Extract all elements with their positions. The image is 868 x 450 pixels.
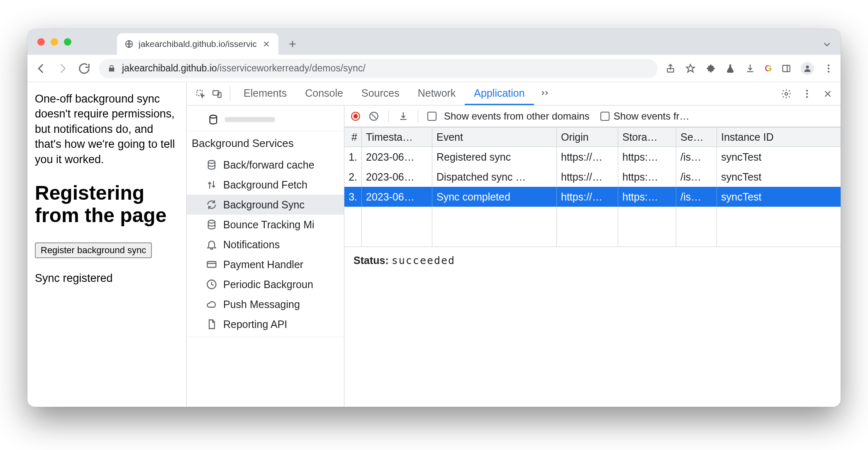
sidebar-item-label: Background Fetch (223, 179, 307, 191)
menu-icon[interactable] (823, 63, 834, 74)
col-timestamp[interactable]: Timesta… (362, 127, 432, 147)
url-text: jakearchibald.github.io/isserviceworkerr… (122, 63, 366, 74)
back-button[interactable] (34, 61, 48, 76)
minimize-window-icon[interactable] (51, 38, 58, 46)
bookmark-icon[interactable] (685, 63, 696, 74)
clock-icon (206, 279, 217, 290)
events-grid: # Timesta… Event Origin Stora… Se… Insta… (344, 127, 841, 247)
sidepanel-icon[interactable] (781, 63, 792, 74)
download-icon[interactable] (745, 63, 756, 74)
page-intro-text: One-off background sync doesn't require … (35, 91, 179, 167)
card-icon (206, 259, 217, 270)
window-controls (37, 29, 71, 55)
close-window-icon[interactable] (37, 38, 45, 46)
sidebar-item-payment-handler[interactable]: Payment Handler (187, 254, 344, 274)
clear-icon[interactable] (368, 111, 379, 122)
devtools-tab-console[interactable]: Console (296, 82, 352, 105)
share-icon[interactable] (665, 63, 676, 74)
svg-rect-17 (207, 262, 216, 267)
svg-point-13 (806, 96, 808, 98)
cell: 2023-06… (362, 187, 432, 207)
sidebar-item-bounce-tracking-mi[interactable]: Bounce Tracking Mi (187, 215, 344, 235)
checkbox-other-domains-label: Show events from other domains (444, 110, 590, 122)
bell-icon (206, 239, 217, 250)
sidebar-item-label: Push Messaging (223, 298, 300, 311)
cell: 1. (344, 147, 362, 167)
devtools-tab-elements[interactable]: Elements (234, 82, 296, 105)
col-scope[interactable]: Se… (676, 127, 717, 147)
settings-icon[interactable] (781, 88, 792, 99)
toolbar-icons: G (665, 62, 834, 75)
sidebar-item-notifications[interactable]: Notifications (187, 235, 344, 254)
devtools-tabs-overflow[interactable] (536, 82, 555, 105)
col-event[interactable]: Event (432, 127, 557, 147)
sidebar-item-push-messaging[interactable]: Push Messaging (187, 294, 344, 314)
checkbox-other-domains[interactable] (427, 112, 436, 121)
db-icon (207, 114, 219, 125)
close-tab-icon[interactable] (262, 39, 271, 49)
extensions-icon[interactable] (705, 63, 716, 74)
tab-active[interactable]: jakearchibald.github.io/isservic (117, 33, 278, 55)
sidebar-group-title: Background Services (187, 131, 344, 155)
maximize-window-icon[interactable] (64, 38, 71, 46)
events-toolbar: Show events from other domains Show even… (344, 105, 841, 127)
sidebar-item-background-fetch[interactable]: Background Fetch (187, 175, 344, 195)
tab-strip: jakearchibald.github.io/isservic (27, 29, 841, 55)
cell: /is… (676, 147, 717, 167)
sidebar-item-label: Reporting API (223, 318, 287, 330)
sync-icon (206, 199, 217, 210)
cell: https:… (618, 167, 676, 187)
profile-avatar[interactable] (801, 62, 814, 75)
flask-icon[interactable] (725, 63, 736, 74)
sidebar-item-label: Bounce Tracking Mi (223, 219, 315, 231)
col-storage[interactable]: Stora… (618, 127, 676, 147)
google-icon[interactable]: G (765, 63, 772, 74)
forward-button[interactable] (56, 61, 70, 76)
svg-point-6 (828, 71, 829, 72)
svg-point-12 (806, 93, 808, 94)
checkbox-show-events[interactable] (600, 112, 610, 121)
svg-rect-2 (783, 65, 790, 71)
close-devtools-icon[interactable] (822, 88, 833, 99)
content-area: One-off background sync doesn't require … (27, 82, 841, 407)
sidebar-item-periodic-backgroun[interactable]: Periodic Backgroun (187, 274, 344, 294)
table-row[interactable]: 1.2023-06…Registered synchttps://…https:… (344, 147, 841, 167)
address-bar[interactable]: jakearchibald.github.io/isserviceworkerr… (99, 59, 658, 78)
page-content: One-off background sync doesn't require … (27, 82, 187, 407)
cell: Sync completed (432, 187, 557, 207)
devtools-panel: ElementsConsoleSourcesNetworkApplication (187, 82, 841, 407)
cell: https:… (618, 187, 676, 207)
cloud-icon (206, 298, 217, 310)
sidebar-item-back-forward-cache[interactable]: Back/forward cache (187, 155, 344, 175)
col-instance[interactable]: Instance ID (717, 127, 841, 147)
new-tab-button[interactable] (283, 35, 302, 53)
devtools-tab-application[interactable]: Application (465, 82, 534, 105)
sidebar-item-background-sync[interactable]: Background Sync (187, 195, 344, 215)
tab-title: jakearchibald.github.io/isservic (139, 39, 257, 49)
svg-point-15 (208, 161, 215, 164)
svg-point-14 (210, 115, 217, 118)
record-icon[interactable] (350, 111, 361, 122)
devtools-tab-network[interactable]: Network (409, 82, 465, 105)
kebab-icon[interactable] (802, 88, 812, 99)
device-mode-icon[interactable] (212, 88, 222, 99)
sidebar-item-prev[interactable] (187, 108, 344, 131)
file-icon (206, 318, 217, 330)
sidebar-item-reporting-api[interactable]: Reporting API (187, 314, 344, 334)
reload-button[interactable] (77, 61, 91, 76)
save-events-icon[interactable] (398, 111, 409, 122)
page-status-text: Sync registered (35, 271, 179, 286)
grid-empty-row (344, 227, 841, 247)
devtools-tab-sources[interactable]: Sources (352, 82, 409, 105)
tab-overflow-button[interactable] (822, 39, 832, 50)
table-row[interactable]: 3.2023-06…Sync completedhttps://…https:…… (344, 187, 841, 207)
register-sync-button[interactable]: Register background sync (35, 242, 152, 258)
inspect-icon[interactable] (195, 88, 206, 99)
globe-icon (124, 39, 134, 49)
table-row[interactable]: 2.2023-06…Dispatched sync …https://…http… (344, 167, 841, 187)
devtools-main: Show events from other domains Show even… (344, 105, 841, 407)
col-origin[interactable]: Origin (557, 127, 618, 147)
svg-point-4 (828, 64, 829, 66)
col-index[interactable]: # (344, 127, 362, 147)
svg-point-20 (354, 114, 358, 118)
